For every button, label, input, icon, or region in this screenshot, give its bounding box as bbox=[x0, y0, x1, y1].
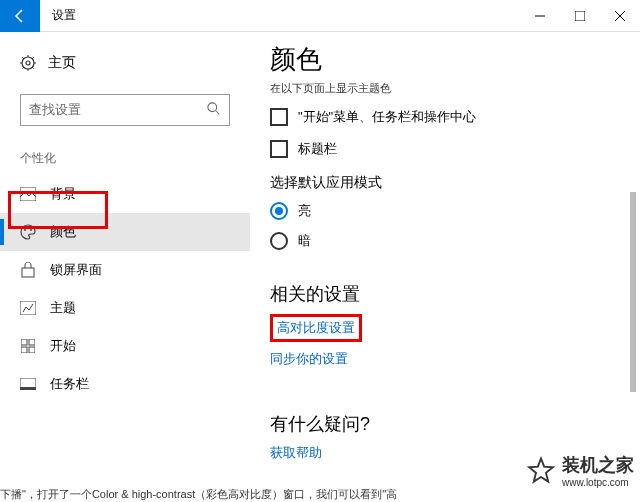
svg-point-8 bbox=[27, 227, 29, 229]
link-sync[interactable]: 同步你的设置 bbox=[270, 350, 348, 368]
sidebar-item-colors[interactable]: 颜色 bbox=[0, 213, 250, 251]
cropped-caption: 下播"，打开了一个Color & high-contrast（彩色高对比度）窗口… bbox=[0, 487, 397, 502]
watermark-url: www.lotpc.com bbox=[562, 477, 634, 488]
window-controls bbox=[520, 0, 640, 32]
star-icon bbox=[526, 456, 556, 486]
radio-label: 暗 bbox=[298, 232, 311, 250]
radio-icon bbox=[270, 232, 288, 250]
annotation-highlight-contrast-link: 高对比度设置 bbox=[270, 314, 362, 342]
maximize-button[interactable] bbox=[560, 0, 600, 32]
svg-rect-11 bbox=[20, 301, 36, 315]
svg-rect-10 bbox=[22, 268, 34, 277]
titlebar: 设置 bbox=[0, 0, 640, 32]
sidebar-item-label: 主题 bbox=[50, 299, 76, 317]
search-placeholder: 查找设置 bbox=[29, 101, 81, 119]
search-icon bbox=[207, 102, 221, 119]
svg-line-5 bbox=[216, 110, 220, 114]
home-link[interactable]: 主页 bbox=[0, 48, 250, 78]
sidebar-item-start[interactable]: 开始 bbox=[0, 327, 250, 365]
svg-rect-13 bbox=[29, 339, 35, 345]
sidebar-item-themes[interactable]: 主题 bbox=[0, 289, 250, 327]
svg-point-2 bbox=[22, 57, 34, 69]
svg-rect-14 bbox=[21, 347, 27, 353]
svg-point-9 bbox=[30, 229, 32, 231]
radio-label: 亮 bbox=[298, 202, 311, 220]
checkbox-start-taskbar[interactable]: "开始"菜单、任务栏和操作中心 bbox=[270, 108, 620, 126]
checkbox-icon bbox=[270, 140, 288, 158]
sidebar-item-label: 背景 bbox=[50, 185, 76, 203]
svg-point-4 bbox=[208, 102, 217, 111]
sidebar-item-label: 任务栏 bbox=[50, 375, 89, 393]
svg-point-3 bbox=[26, 61, 30, 65]
sidebar-item-lockscreen[interactable]: 锁屏界面 bbox=[0, 251, 250, 289]
taskbar-icon bbox=[20, 376, 36, 392]
checkbox-titlebar[interactable]: 标题栏 bbox=[270, 140, 620, 158]
checkbox-label: 标题栏 bbox=[298, 140, 337, 158]
sidebar-item-label: 颜色 bbox=[50, 223, 76, 241]
palette-icon bbox=[20, 224, 36, 240]
theme-icon bbox=[20, 300, 36, 316]
sidebar-item-label: 锁屏界面 bbox=[50, 261, 102, 279]
svg-rect-1 bbox=[575, 11, 585, 21]
watermark: 装机之家 www.lotpc.com bbox=[526, 453, 634, 488]
start-icon bbox=[20, 338, 36, 354]
gear-icon bbox=[20, 55, 36, 71]
question-heading: 有什么疑问? bbox=[270, 412, 620, 436]
svg-rect-17 bbox=[20, 387, 36, 390]
related-heading: 相关的设置 bbox=[270, 282, 620, 306]
truncated-heading: 在以下页面上显示主题色 bbox=[270, 81, 620, 96]
image-icon bbox=[20, 186, 36, 202]
radio-dark[interactable]: 暗 bbox=[270, 232, 620, 250]
svg-rect-15 bbox=[29, 347, 35, 353]
link-help[interactable]: 获取帮助 bbox=[270, 444, 322, 462]
sidebar-item-taskbar[interactable]: 任务栏 bbox=[0, 365, 250, 403]
sidebar-item-label: 开始 bbox=[50, 337, 76, 355]
svg-point-7 bbox=[24, 229, 26, 231]
radio-icon bbox=[270, 202, 288, 220]
window-title: 设置 bbox=[52, 7, 76, 24]
minimize-button[interactable] bbox=[520, 0, 560, 32]
link-high-contrast[interactable]: 高对比度设置 bbox=[277, 319, 355, 337]
back-button[interactable] bbox=[0, 0, 40, 32]
svg-rect-12 bbox=[21, 339, 27, 345]
sidebar-item-background[interactable]: 背景 bbox=[0, 175, 250, 213]
search-input[interactable]: 查找设置 bbox=[20, 94, 230, 126]
sidebar: 主页 查找设置 个性化 背景 颜色 锁屏界面 bbox=[0, 32, 250, 502]
lock-icon bbox=[20, 262, 36, 278]
mode-heading: 选择默认应用模式 bbox=[270, 174, 620, 192]
checkbox-icon bbox=[270, 108, 288, 126]
checkbox-label: "开始"菜单、任务栏和操作中心 bbox=[298, 108, 476, 126]
page-title: 颜色 bbox=[270, 42, 620, 77]
radio-light[interactable]: 亮 bbox=[270, 202, 620, 220]
main-content: 颜色 在以下页面上显示主题色 "开始"菜单、任务栏和操作中心 标题栏 选择默认应… bbox=[250, 32, 640, 502]
scrollbar[interactable] bbox=[630, 192, 636, 392]
section-label: 个性化 bbox=[0, 146, 250, 175]
watermark-text: 装机之家 bbox=[562, 453, 634, 477]
home-label: 主页 bbox=[48, 54, 76, 72]
close-button[interactable] bbox=[600, 0, 640, 32]
